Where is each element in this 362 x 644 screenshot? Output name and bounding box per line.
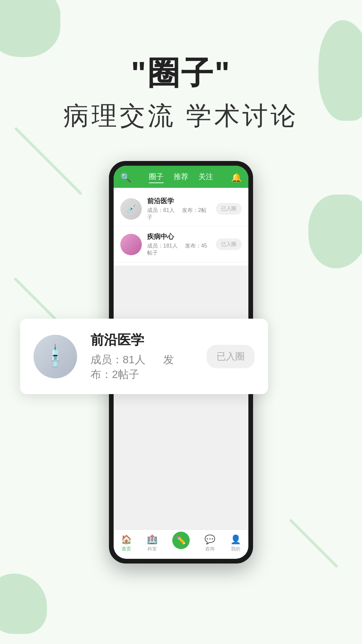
nav-department[interactable]: 🏥 科室 xyxy=(147,534,158,552)
nav-consult-label: 咨询 xyxy=(205,546,215,552)
tab-circles[interactable]: 圈子 xyxy=(149,172,164,183)
floating-info: 前沿医学 成员：81人 发布：2帖子 xyxy=(90,331,193,382)
search-icon[interactable]: 🔍 xyxy=(120,172,131,183)
avatar-disease-icon xyxy=(120,234,142,255)
circle-avatar-2 xyxy=(120,234,142,255)
bottom-nav: 🏠 首页 🏥 科室 ✏️ 💬 咨询 👤 我的 xyxy=(114,529,248,559)
floating-stats: 成员：81人 发布：2帖子 xyxy=(90,353,193,382)
blob-bottom-left xyxy=(0,574,47,634)
hero-subtitle: 病理交流 学术讨论 xyxy=(0,99,362,133)
floating-card: 💉 前沿医学 成员：81人 发布：2帖子 已入圈 xyxy=(20,319,268,394)
floating-name: 前沿医学 xyxy=(90,331,193,349)
circle-info-2: 疾病中心 成员：181人 发布：45帖子 xyxy=(147,232,210,257)
circle-avatar-1: 💉 xyxy=(120,198,142,220)
circle-members-2: 成员：181人 xyxy=(147,243,178,249)
circle-item-1: 💉 前沿医学 成员：81人 发布：2帖子 已入圈 xyxy=(114,191,248,227)
hero-section: "圈子" 病理交流 学术讨论 xyxy=(0,0,362,133)
home-icon: 🏠 xyxy=(121,534,132,545)
circle-info-1: 前沿医学 成员：81人 发布：2帖子 xyxy=(147,197,210,221)
header-tabs: 圈子 推荐 关注 xyxy=(149,172,213,183)
nav-home[interactable]: 🏠 首页 xyxy=(121,534,132,552)
circle-name-1: 前沿医学 xyxy=(147,197,210,206)
tab-recommend[interactable]: 推荐 xyxy=(174,172,188,183)
person-icon: 👤 xyxy=(230,534,241,545)
nav-department-label: 科室 xyxy=(147,546,157,552)
nav-center[interactable]: ✏️ xyxy=(172,534,190,552)
join-button-2[interactable]: 已入圈 xyxy=(216,238,242,250)
circle-item-2: 疾病中心 成员：181人 发布：45帖子 已入圈 xyxy=(114,227,248,262)
bell-icon[interactable]: 🔔 xyxy=(231,172,242,183)
circle-stats-2: 成员：181人 发布：45帖子 xyxy=(147,243,210,257)
edit-icon: ✏️ xyxy=(172,532,190,549)
floating-members: 成员：81人 xyxy=(90,354,145,366)
diag-line-1 xyxy=(14,127,82,195)
hero-title: "圈子" xyxy=(0,54,362,92)
nav-mine-label: 我的 xyxy=(231,546,240,552)
circle-members-1: 成员：81人 xyxy=(147,207,175,213)
join-button-1[interactable]: 已入圈 xyxy=(216,203,242,215)
tab-follow[interactable]: 关注 xyxy=(198,172,213,183)
chat-icon: 💬 xyxy=(204,534,215,545)
circle-stats-1: 成员：81人 发布：2帖子 xyxy=(147,207,210,221)
floating-join-button[interactable]: 已入圈 xyxy=(206,345,255,368)
avatar-medical-icon: 💉 xyxy=(120,198,142,220)
nav-mine[interactable]: 👤 我的 xyxy=(230,534,241,552)
blob-mid-right xyxy=(308,195,362,268)
floating-avatar-inner: 💉 xyxy=(34,335,77,378)
syringe-icon: 💉 xyxy=(41,342,70,371)
circle-list: 💉 前沿医学 成员：81人 发布：2帖子 已入圈 xyxy=(114,188,248,266)
diag-line-3 xyxy=(289,519,338,568)
nav-home-label: 首页 xyxy=(122,546,131,552)
app-header: 🔍 圈子 推荐 关注 🔔 xyxy=(114,166,248,188)
nav-consult[interactable]: 💬 咨询 xyxy=(204,534,215,552)
circle-name-2: 疾病中心 xyxy=(147,232,210,241)
floating-avatar: 💉 xyxy=(34,335,77,378)
department-icon: 🏥 xyxy=(147,534,158,545)
